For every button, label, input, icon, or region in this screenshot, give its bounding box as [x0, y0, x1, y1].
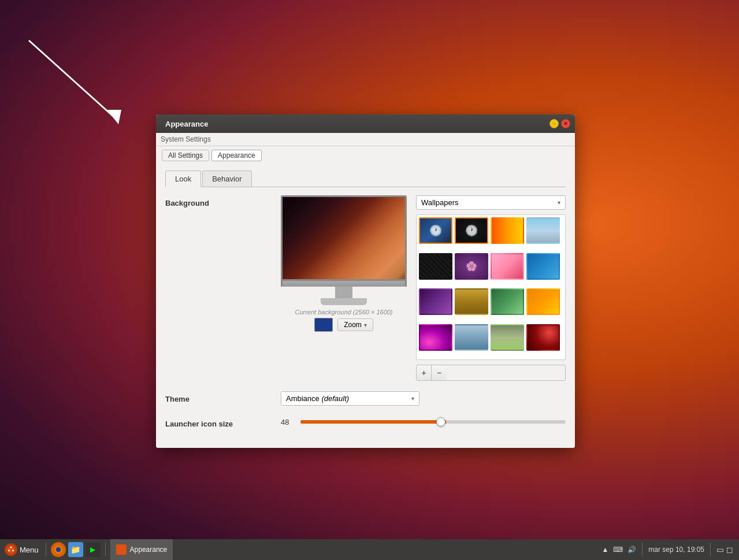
wallpaper-thumb[interactable]: [491, 324, 524, 351]
svg-line-0: [29, 40, 116, 118]
color-zoom-row: Zoom ▾: [314, 318, 373, 332]
wallpaper-thumb[interactable]: [526, 324, 560, 351]
taskbar-right-icons: ▲ ⌨ 🔊: [601, 546, 636, 554]
taskbar: Menu 📁 ▶ Appearance ▲ ⌨: [0, 539, 739, 560]
wallpaper-thumb[interactable]: [526, 288, 560, 315]
svg-marker-1: [107, 110, 121, 124]
terminal-icon[interactable]: ▶: [86, 542, 101, 557]
tab-look[interactable]: Look: [165, 170, 201, 187]
wallpaper-section: Wallpapers ▾ 🕐: [416, 195, 566, 381]
theme-dropdown-arrow: ▾: [411, 395, 414, 402]
menu-label: Menu: [20, 546, 39, 554]
tab-behavior[interactable]: Behavior: [202, 170, 251, 187]
tab-bar: Look Behavior: [165, 170, 566, 187]
volume-icon[interactable]: 🔊: [627, 546, 636, 554]
launcher-icon-size-row: Launcher icon size 48: [165, 416, 566, 428]
dialog-title: Appearance: [165, 120, 208, 128]
svg-point-7: [56, 547, 61, 552]
color-swatch[interactable]: [314, 318, 333, 332]
slider-value: 48: [281, 418, 295, 427]
background-control: Current background (2560 × 1600) Zoom ▾: [281, 195, 566, 381]
slider-row: 48: [281, 416, 566, 428]
dialog-menubar: System Settings: [156, 133, 575, 146]
wallpaper-thumb[interactable]: 🌸: [455, 253, 488, 280]
taskbar-menu-button[interactable]: Menu: [0, 539, 43, 560]
theme-label: Theme: [165, 391, 281, 403]
keyboard-icon[interactable]: ⌨: [613, 546, 623, 554]
wallpaper-thumb[interactable]: 🕐: [419, 217, 452, 244]
maximize-taskbar-icon[interactable]: ◻: [726, 545, 733, 554]
wallpaper-type-label: Wallpapers: [421, 198, 459, 207]
firefox-icon[interactable]: [51, 542, 66, 557]
monitor-caption: Current background (2560 × 1600): [295, 309, 392, 316]
zoom-label: Zoom: [344, 321, 362, 329]
taskbar-sep-right2: [710, 543, 711, 557]
taskbar-right: ▲ ⌨ 🔊 mar sep 10, 19:05 ▭ ◻: [596, 543, 739, 557]
pointer-arrow: [23, 35, 127, 127]
add-remove-buttons: + −: [416, 365, 566, 381]
svg-point-5: [8, 550, 10, 551]
taskbar-separator: [46, 543, 46, 557]
wallpaper-type-dropdown[interactable]: Wallpapers ▾: [416, 195, 566, 210]
wallpaper-thumb[interactable]: [419, 253, 452, 280]
wallpaper-thumb[interactable]: [419, 288, 452, 315]
ubuntu-logo: [5, 543, 17, 556]
wallpaper-grid: 🕐 🕐 🌸: [416, 214, 566, 360]
theme-control: Ambiance (default) ▾: [281, 391, 566, 406]
breadcrumb: All Settings Appearance: [156, 146, 575, 165]
appearance-breadcrumb-button[interactable]: Appearance: [211, 150, 262, 161]
datetime-label: mar sep 10, 19:05: [648, 546, 704, 554]
wallpaper-thumb[interactable]: [526, 253, 560, 280]
close-button[interactable]: ✕: [561, 119, 570, 128]
appearance-dialog: Appearance − ✕ System Settings All Setti…: [156, 114, 575, 448]
taskbar-window-label: Appearance: [130, 546, 168, 554]
monitor-screen: [281, 195, 407, 281]
theme-dropdown[interactable]: Ambiance (default) ▾: [281, 391, 419, 406]
theme-setting-row: Theme Ambiance (default) ▾: [165, 391, 566, 406]
network-icon[interactable]: ▲: [601, 546, 608, 554]
theme-value: Ambiance (default): [286, 394, 349, 403]
appearance-window-icon: [116, 544, 127, 555]
background-section: Current background (2560 × 1600) Zoom ▾: [281, 195, 566, 381]
dialog-titlebar: Appearance − ✕: [156, 114, 575, 133]
background-label: Background: [165, 195, 281, 207]
taskbar-apps: 📁 ▶: [49, 542, 103, 557]
add-wallpaper-button[interactable]: +: [417, 365, 432, 380]
background-setting-row: Background Cur: [165, 195, 566, 381]
svg-point-3: [10, 547, 12, 548]
wallpaper-thumb[interactable]: [526, 217, 560, 244]
wallpaper-thumb[interactable]: [455, 324, 488, 351]
monitor-bezel: [281, 281, 407, 287]
dialog-content: Look Behavior Background: [156, 165, 575, 448]
all-settings-button[interactable]: All Settings: [162, 150, 209, 161]
remove-wallpaper-button[interactable]: −: [432, 365, 447, 380]
wallpaper-thumb[interactable]: [491, 253, 524, 280]
monitor-stand-top: [335, 287, 352, 298]
taskbar-sep-right: [642, 543, 643, 557]
taskbar-window-appearance[interactable]: Appearance: [110, 539, 173, 560]
taskbar-window-controls: ▭ ◻: [716, 545, 733, 554]
monitor-stand-base: [321, 298, 367, 305]
launcher-icon-size-control: 48: [281, 416, 566, 428]
window-controls: − ✕: [549, 119, 570, 128]
wallpaper-thumb[interactable]: [491, 217, 524, 244]
wallpaper-dropdown-arrow: ▾: [558, 199, 560, 206]
files-icon[interactable]: 📁: [68, 542, 83, 557]
zoom-dropdown-arrow: ▾: [364, 322, 367, 328]
minimize-button[interactable]: −: [549, 119, 559, 128]
screen-glow: [283, 197, 405, 279]
launcher-size-slider[interactable]: [436, 417, 445, 427]
slider-track: [300, 420, 566, 424]
minimize-taskbar-icon[interactable]: ▭: [716, 545, 724, 554]
wallpaper-thumb[interactable]: [455, 288, 488, 315]
wallpaper-thumb[interactable]: [419, 324, 452, 351]
launcher-icon-size-label: Launcher icon size: [165, 416, 281, 428]
slider-container: [300, 416, 566, 428]
taskbar-separator-2: [105, 543, 106, 557]
wallpaper-thumb[interactable]: 🕐: [455, 217, 488, 244]
svg-point-4: [12, 550, 14, 551]
zoom-dropdown[interactable]: Zoom ▾: [337, 318, 373, 331]
monitor-preview: Current background (2560 × 1600) Zoom ▾: [281, 195, 407, 332]
wallpaper-thumb[interactable]: [491, 288, 524, 315]
system-settings-label: System Settings: [161, 135, 211, 143]
